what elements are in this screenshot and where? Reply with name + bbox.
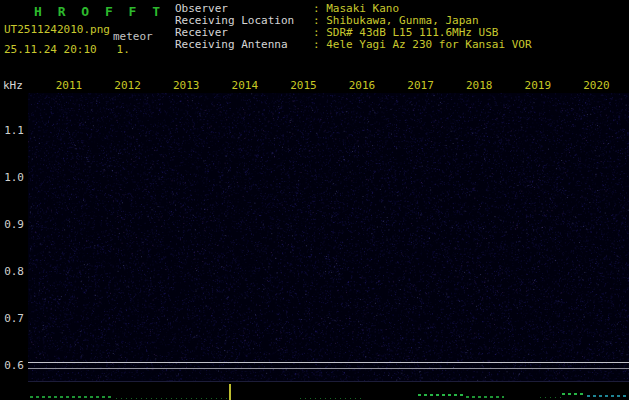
x-tick-label: 2016 bbox=[349, 79, 376, 92]
x-tick-label: 2020 bbox=[583, 79, 610, 92]
signal-level-mark bbox=[418, 394, 464, 396]
x-tick-label: 2014 bbox=[232, 79, 259, 92]
x-tick-label: 2017 bbox=[407, 79, 434, 92]
signal-level-mark bbox=[466, 396, 504, 398]
carrier-line bbox=[28, 368, 629, 369]
datetime-label: 25.11.24 20:10 1. bbox=[4, 43, 130, 56]
signal-level-mark bbox=[540, 397, 562, 398]
hrofft-window: H R O F F T UT2511242010.png meteor 25.1… bbox=[0, 0, 629, 400]
spectrogram-plot bbox=[28, 93, 629, 381]
station-info: Observer: Masaki KanoReceiving Location:… bbox=[175, 3, 532, 51]
output-filename: UT2511242010.png bbox=[4, 23, 110, 36]
y-tick-label: 0.8 bbox=[0, 265, 24, 278]
y-tick-label: 0.9 bbox=[0, 218, 24, 231]
station-info-label: Receiving Antenna bbox=[175, 39, 313, 51]
y-tick-label: 0.6 bbox=[0, 359, 24, 372]
x-tick-label: 2018 bbox=[466, 79, 493, 92]
x-tick-label: 2012 bbox=[114, 79, 141, 92]
station-info-row: Receiving Antenna: 4ele Yagi Az 230 for … bbox=[175, 39, 532, 51]
x-tick-label: 2011 bbox=[56, 79, 83, 92]
signal-level-mark bbox=[300, 398, 364, 399]
mode-label: meteor bbox=[113, 30, 153, 43]
carrier-line bbox=[28, 362, 629, 363]
signal-level-mark bbox=[116, 398, 228, 399]
signal-level-mark bbox=[229, 384, 231, 400]
x-tick-label: 2015 bbox=[290, 79, 317, 92]
signal-level-mark bbox=[562, 393, 584, 395]
signal-level-mark bbox=[30, 396, 112, 398]
y-tick-label: 1.1 bbox=[0, 124, 24, 137]
station-info-value: : 4ele Yagi Az 230 for Kansai VOR bbox=[313, 39, 532, 51]
signal-level-mark bbox=[587, 395, 629, 397]
x-tick-label: 2019 bbox=[525, 79, 552, 92]
y-tick-label: 1.0 bbox=[0, 171, 24, 184]
y-tick-label: 0.7 bbox=[0, 312, 24, 325]
app-title: H R O F F T bbox=[34, 4, 164, 19]
y-axis-unit-label: kHz bbox=[3, 79, 23, 92]
x-tick-label: 2013 bbox=[173, 79, 200, 92]
